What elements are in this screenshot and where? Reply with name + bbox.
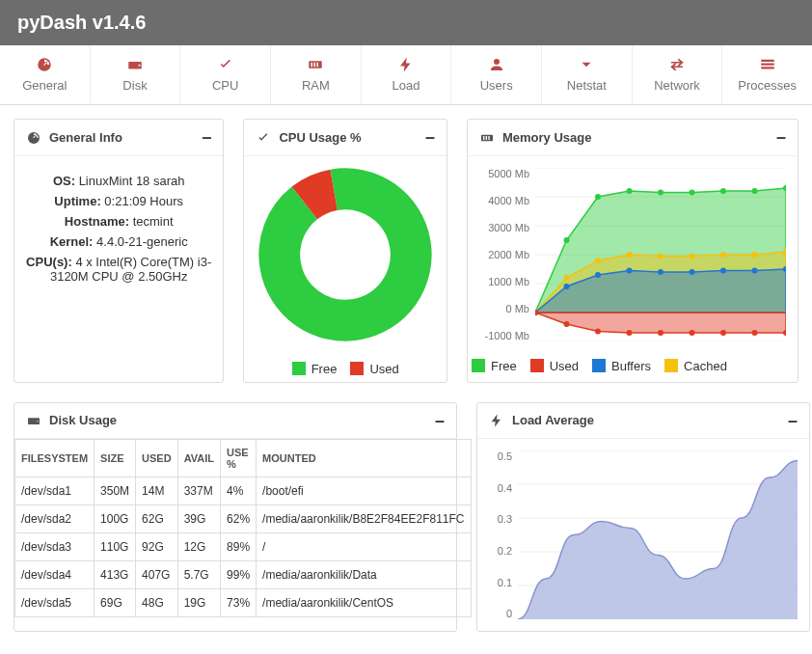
svg-point-37 bbox=[720, 252, 726, 258]
svg-rect-13 bbox=[486, 136, 487, 140]
svg-point-46 bbox=[720, 267, 726, 273]
legend-cached: Cached bbox=[664, 359, 727, 373]
dashboard-icon bbox=[4, 55, 86, 74]
nav-label: Network bbox=[636, 78, 718, 93]
disk-table: FILESYSTEMSIZEUSEDAVAILUSE %MOUNTED /dev… bbox=[14, 439, 472, 617]
svg-point-36 bbox=[690, 253, 695, 259]
hdd-icon bbox=[95, 55, 176, 74]
svg-point-43 bbox=[627, 267, 633, 273]
legend-buffers: Buffers bbox=[592, 359, 651, 373]
nav-label: Load bbox=[365, 78, 447, 93]
table-row: /dev/sda3110G92G12G89%/ bbox=[15, 533, 472, 561]
svg-point-28 bbox=[720, 188, 726, 194]
nav-users[interactable]: Users bbox=[451, 45, 542, 104]
nav-label: RAM bbox=[275, 78, 357, 93]
svg-rect-6 bbox=[761, 60, 774, 62]
nav-cpu[interactable]: CPU bbox=[180, 45, 271, 104]
nav-netstat[interactable]: Netstat bbox=[542, 45, 633, 104]
svg-point-24 bbox=[595, 194, 601, 200]
collapse-icon[interactable]: – bbox=[435, 416, 445, 425]
panel-title: Disk Usage bbox=[49, 413, 117, 427]
panel-title: Load Average bbox=[512, 413, 594, 427]
y-axis-labels: 0.50.40.30.20.10 bbox=[489, 450, 516, 619]
check-icon bbox=[256, 129, 271, 146]
nav-label: CPU bbox=[184, 78, 266, 93]
ram-icon bbox=[275, 55, 357, 74]
nav-network[interactable]: Network bbox=[633, 45, 723, 104]
svg-point-59 bbox=[37, 421, 38, 422]
panel-cpu: CPU Usage % – Free Used bbox=[243, 119, 447, 383]
hdd-icon bbox=[26, 413, 41, 429]
panel-title: General Info bbox=[49, 130, 122, 145]
nav-processes[interactable]: Processes bbox=[722, 45, 812, 104]
svg-point-33 bbox=[595, 258, 601, 263]
svg-point-53 bbox=[658, 330, 663, 336]
svg-rect-14 bbox=[488, 136, 489, 140]
legend-used: Used bbox=[350, 362, 398, 376]
svg-point-26 bbox=[658, 189, 663, 195]
dashboard-icon bbox=[26, 129, 41, 146]
nav-disk[interactable]: Disk bbox=[91, 45, 181, 104]
panel-load: Load Average – 0.50.40.30.20.10 bbox=[476, 402, 810, 633]
nav-label: Users bbox=[455, 78, 537, 93]
panel-disk: Disk Usage – FILESYSTEMSIZEUSEDAVAILUSE … bbox=[14, 402, 457, 633]
nav-label: Netstat bbox=[546, 78, 628, 93]
svg-rect-12 bbox=[483, 136, 484, 140]
svg-point-52 bbox=[627, 330, 633, 336]
collapse-icon[interactable]: – bbox=[425, 132, 435, 142]
user-icon bbox=[455, 55, 537, 74]
svg-point-23 bbox=[564, 237, 570, 243]
main-nav: GeneralDiskCPURAMLoadUsersNetstatNetwork… bbox=[0, 45, 812, 105]
table-row: /dev/sda1350M14M337M4%/boot/efi bbox=[15, 477, 472, 505]
nav-ram[interactable]: RAM bbox=[271, 45, 362, 104]
nav-label: General bbox=[4, 78, 86, 93]
svg-rect-4 bbox=[314, 63, 316, 68]
table-header-row: FILESYSTEMSIZEUSEDAVAILUSE %MOUNTED bbox=[15, 440, 472, 477]
svg-point-34 bbox=[627, 252, 633, 258]
bolt-icon bbox=[489, 413, 504, 429]
collapse-icon[interactable]: – bbox=[776, 132, 786, 142]
collapse-icon[interactable]: – bbox=[202, 132, 211, 142]
panel-general: General Info – OS: LinuxMint 18 sarah Up… bbox=[14, 119, 224, 383]
svg-point-25 bbox=[627, 188, 633, 194]
svg-point-29 bbox=[752, 188, 758, 194]
ram-icon bbox=[479, 129, 495, 146]
collapse-icon[interactable]: – bbox=[788, 416, 798, 425]
svg-point-1 bbox=[139, 65, 141, 67]
nav-label: Processes bbox=[726, 78, 808, 93]
svg-point-54 bbox=[690, 330, 695, 336]
check-icon bbox=[184, 55, 266, 74]
chevron-down-icon bbox=[546, 55, 628, 74]
svg-point-38 bbox=[752, 252, 758, 258]
nav-label: Disk bbox=[95, 78, 176, 93]
svg-point-47 bbox=[752, 267, 758, 273]
svg-point-27 bbox=[690, 189, 695, 195]
app-title: pyDash v1.4.6 bbox=[17, 12, 146, 33]
svg-point-51 bbox=[595, 328, 601, 334]
svg-point-50 bbox=[564, 321, 570, 327]
svg-rect-7 bbox=[761, 64, 774, 66]
svg-point-42 bbox=[595, 272, 601, 278]
svg-point-41 bbox=[564, 284, 570, 289]
svg-point-45 bbox=[690, 269, 695, 275]
svg-rect-8 bbox=[761, 67, 774, 68]
svg-point-55 bbox=[720, 330, 726, 336]
legend-free: Free bbox=[292, 362, 338, 376]
panel-title: Memory Usage bbox=[502, 130, 591, 145]
panel-memory: Memory Usage – 5000 Mb4000 Mb3000 Mb2000… bbox=[467, 119, 798, 383]
nav-general[interactable]: General bbox=[0, 45, 91, 104]
nav-load[interactable]: Load bbox=[362, 45, 452, 104]
y-axis-labels: 5000 Mb4000 Mb3000 Mb2000 Mb1000 Mb0 Mb-… bbox=[479, 168, 533, 341]
table-row: /dev/sda2100G62G39G62%/media/aaronkilik/… bbox=[15, 505, 472, 533]
load-chart bbox=[518, 450, 798, 619]
transfer-icon bbox=[636, 55, 718, 74]
panel-title: CPU Usage % bbox=[279, 130, 361, 145]
legend-used: Used bbox=[530, 359, 579, 373]
cpu-donut-chart bbox=[245, 153, 447, 355]
svg-point-32 bbox=[564, 275, 570, 281]
svg-point-56 bbox=[752, 330, 758, 336]
legend-free: Free bbox=[472, 359, 517, 373]
svg-point-35 bbox=[658, 253, 663, 259]
table-row: /dev/sda4413G407G5.7G99%/media/aaronkili… bbox=[15, 561, 472, 589]
svg-point-44 bbox=[658, 269, 663, 275]
